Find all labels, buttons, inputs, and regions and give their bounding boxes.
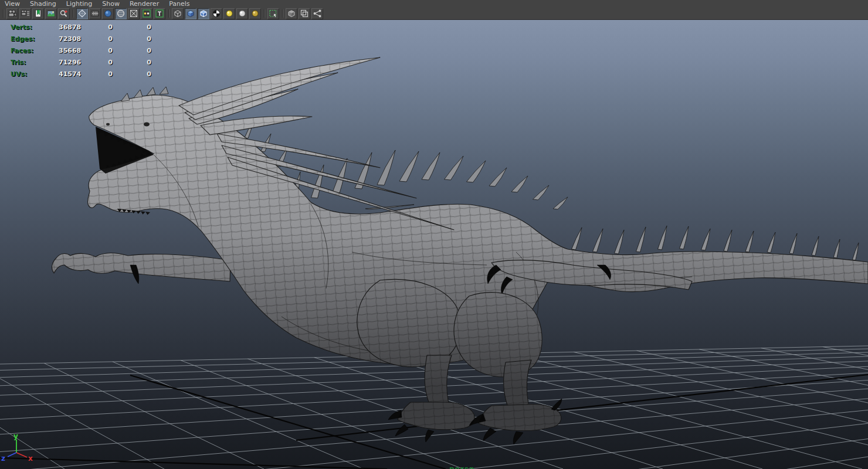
hud-value: 0 [113, 35, 151, 43]
use-lights-icon[interactable] [141, 8, 152, 19]
menu-show[interactable]: Show [102, 0, 120, 8]
menu-shading[interactable]: Shading [30, 0, 56, 8]
hud-value: 72308 [59, 35, 78, 43]
hud-label: Edges: [11, 35, 59, 43]
menu-panels[interactable]: Panels [169, 0, 189, 8]
panel-toolbar [0, 8, 868, 20]
all-lights-icon[interactable] [236, 8, 248, 19]
dragon-wireframe-model[interactable] [35, 47, 868, 457]
hud-value: 71296 [59, 59, 78, 66]
checker-sphere-icon[interactable] [211, 8, 222, 19]
hud-value: 0 [113, 47, 151, 55]
toolbar-separator [280, 9, 284, 18]
wireframe-on-shaded-icon[interactable] [115, 8, 127, 19]
hud-value: 0 [113, 23, 151, 31]
bookmark-icon[interactable] [32, 8, 44, 19]
panel-header: ViewShadingLightingShowRendererPanels [0, 0, 868, 20]
shaded-wire-cube-icon[interactable] [198, 8, 209, 19]
hud-label: Verts: [11, 23, 59, 31]
camera-name-label: persp [449, 465, 474, 469]
perspective-viewport[interactable]: y x z Verts:3687800Edges:7230800Faces:35… [0, 20, 868, 469]
hud-row: Edges:7230800 [11, 33, 151, 45]
hud-value: 41574 [59, 70, 78, 78]
wire-cube-icon[interactable] [172, 8, 184, 19]
zoom-region-icon[interactable] [58, 8, 70, 19]
hud-label: Tris: [11, 59, 59, 66]
poly-count-hud: Verts:3687800Edges:7230800Faces:3566800T… [11, 21, 151, 80]
svg-text:x: x [28, 454, 33, 463]
toolbar-separator [262, 9, 266, 18]
toolbar-separator [1, 9, 5, 18]
default-light-icon[interactable] [223, 8, 235, 19]
camera-attributes-icon[interactable] [19, 8, 31, 19]
hud-value: 0 [78, 59, 113, 66]
image-plane-icon[interactable] [45, 8, 57, 19]
movie-camera-icon[interactable] [6, 8, 18, 19]
panel-menu-bar: ViewShadingLightingShowRendererPanels [0, 0, 868, 8]
hud-label: UVs: [11, 70, 59, 78]
hud-row: UVs:4157400 [11, 68, 151, 80]
hud-value: 0 [78, 70, 113, 78]
hud-row: Tris:7129600 [11, 56, 151, 68]
hud-row: Faces:3566800 [11, 45, 151, 56]
hud-label: Faces: [11, 47, 59, 55]
isolate-select-icon[interactable] [267, 8, 279, 19]
maya-viewport-window: ViewShadingLightingShowRendererPanels [0, 0, 868, 469]
hud-value: 35668 [59, 47, 78, 55]
textured-mode-icon[interactable] [128, 8, 140, 19]
wireframe-mode-icon[interactable] [76, 8, 88, 19]
scene-canvas: y x z [0, 20, 868, 469]
hud-value: 0 [78, 35, 113, 43]
texture-view-icon[interactable] [154, 8, 165, 19]
hud-value: 0 [78, 23, 113, 31]
hud-value: 0 [113, 59, 151, 66]
hud-value: 0 [78, 47, 113, 55]
ambient-light-icon[interactable] [249, 8, 261, 19]
xray-squares-icon[interactable] [299, 8, 310, 19]
menu-renderer[interactable]: Renderer [130, 0, 159, 8]
menu-view[interactable]: View [5, 0, 20, 8]
menu-lighting[interactable]: Lighting [66, 0, 92, 8]
hud-row: Verts:3687800 [11, 21, 151, 33]
shaded-cube-icon[interactable] [185, 8, 196, 19]
shaded-mode-icon[interactable] [102, 8, 114, 19]
film-gate-icon[interactable] [89, 8, 101, 19]
toolbar-separator [71, 9, 75, 18]
share-nodes-icon[interactable] [311, 8, 323, 19]
svg-text:y: y [13, 432, 18, 440]
plain-cube-icon[interactable] [286, 8, 297, 19]
hud-value: 0 [113, 70, 151, 78]
toolbar-separator [167, 9, 171, 18]
hud-value: 36878 [59, 23, 78, 31]
svg-text:z: z [1, 454, 5, 463]
